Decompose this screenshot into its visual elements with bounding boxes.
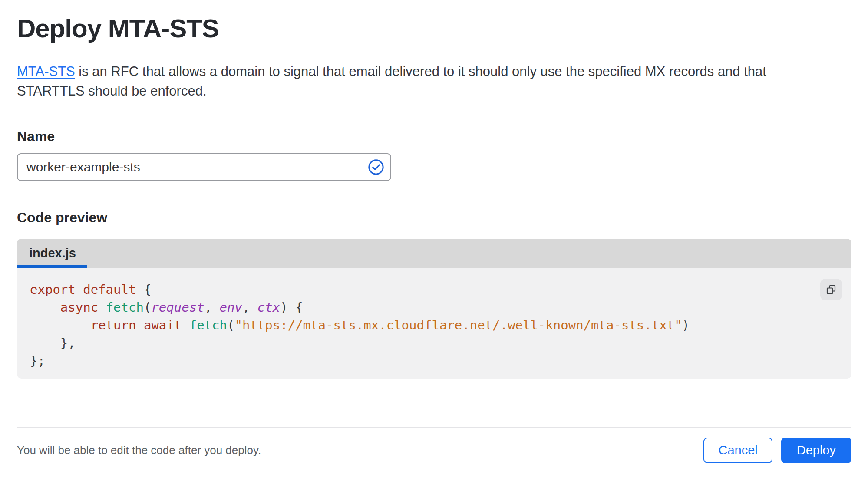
copy-code-button[interactable]	[820, 279, 842, 300]
description: MTA-STS is an RFC that allows a domain t…	[17, 62, 838, 101]
name-input-wrap	[17, 153, 391, 181]
code-content: export default { async fetch(request, en…	[30, 281, 838, 370]
name-field: Name	[17, 128, 851, 181]
mta-sts-link[interactable]: MTA-STS	[17, 64, 75, 79]
code-line: return await fetch("https://mta-sts.mx.c…	[30, 316, 838, 334]
code-preview-block: index.js export default { async fetch(re…	[17, 239, 851, 379]
code-line: };	[30, 352, 838, 370]
page-title: Deploy MTA-STS	[17, 13, 851, 44]
copy-icon	[825, 283, 837, 296]
deploy-mta-sts-page: Deploy MTA-STS MTA-STS is an RFC that al…	[0, 13, 868, 463]
deploy-button[interactable]: Deploy	[781, 438, 851, 463]
code-editor-area: export default { async fetch(request, en…	[17, 268, 851, 379]
check-circle-icon	[368, 159, 384, 175]
tab-index-js[interactable]: index.js	[17, 239, 88, 268]
tab-label: index.js	[29, 246, 76, 260]
footer-actions: Cancel Deploy	[703, 438, 851, 463]
code-tab-bar: index.js	[17, 239, 851, 268]
code-line: },	[30, 334, 838, 352]
code-line: export default {	[30, 281, 838, 299]
cancel-button[interactable]: Cancel	[703, 438, 772, 463]
code-preview-label: Code preview	[17, 210, 851, 226]
description-text: is an RFC that allows a domain to signal…	[17, 64, 766, 99]
name-input[interactable]	[17, 153, 391, 181]
code-line: async fetch(request, env, ctx) {	[30, 299, 838, 316]
footer: You will be able to edit the code after …	[17, 438, 851, 463]
footer-divider	[17, 427, 851, 428]
active-tab-indicator	[17, 265, 87, 268]
name-label: Name	[17, 128, 851, 145]
footer-note: You will be able to edit the code after …	[17, 444, 261, 457]
